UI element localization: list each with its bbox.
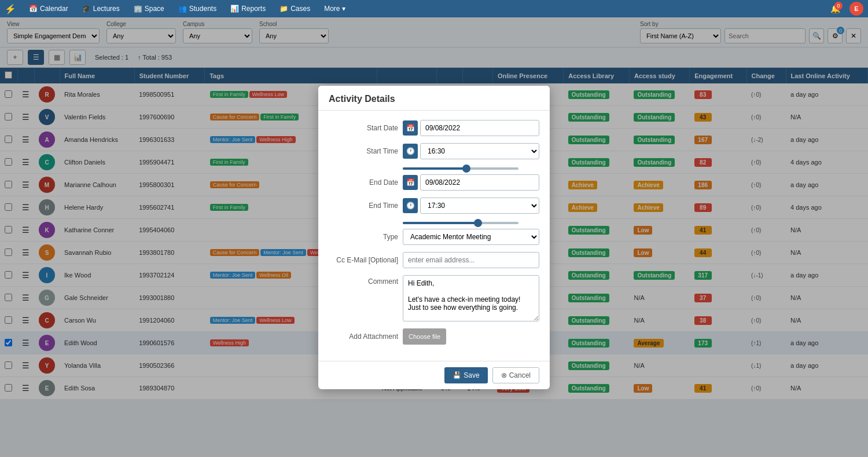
start-time-select[interactable]: 16:30 [420,143,539,159]
end-slider-track [403,222,478,224]
start-time-icon[interactable]: 🕐 [403,144,418,159]
end-date-icon[interactable]: 📅 [403,175,418,190]
modal-title: Activity Details [329,94,395,104]
cancel-label: Cancel [509,371,531,379]
end-slider-thumb[interactable] [474,219,482,227]
start-date-input[interactable] [420,120,539,136]
cc-email-label: Cc E-Mail [Optional] [329,256,398,264]
bell-badge: 0 [834,2,843,10]
cancel-icon: ⊗ [501,371,507,379]
main-wrapper: View Simple Engagement Demo College Any … [0,17,868,457]
start-slider-container [403,166,539,174]
modal-overlay[interactable]: Activity Details Start Date 📅 Start Time… [0,17,868,457]
end-slider-container [403,221,539,229]
end-time-label: End Time [329,202,398,210]
end-time-icon[interactable]: 🕐 [403,198,418,213]
comment-textarea[interactable]: Hi Edith, Let's have a check-in meeting … [403,275,539,321]
nav-cases[interactable]: 📁 Cases [274,2,316,15]
type-select[interactable]: Academic Mentor Meeting Advising Meeting… [403,229,539,245]
start-slider-track [403,167,466,170]
nav-avatar: E [849,2,863,16]
cc-email-input[interactable] [403,252,539,268]
nav-lectures[interactable]: 🎓 Lectures [76,2,126,15]
end-date-wrapper: 📅 [403,174,539,191]
end-date-label: End Date [329,178,398,187]
nav-space[interactable]: 🏢 Space [128,2,170,15]
start-date-wrapper: 📅 [403,120,539,136]
nav-reports[interactable]: 📊 Reports [225,2,271,15]
type-label: Type [329,233,398,241]
attachment-label: Add Attachment [329,332,398,341]
start-date-row: Start Date 📅 [329,120,539,136]
start-slider[interactable] [403,167,518,170]
cancel-button[interactable]: ⊗ Cancel [492,367,539,383]
end-time-row: End Time 🕐 17:30 [329,198,539,214]
nav-calendar[interactable]: 📅 Calendar [23,2,74,15]
nav-students[interactable]: 👥 Students [172,2,222,15]
nav-more[interactable]: More ▾ [318,2,351,15]
end-time-wrapper: 🕐 17:30 [403,198,539,214]
top-nav: ⚡ 📅 Calendar 🎓 Lectures 🏢 Space 👥 Studen… [0,0,868,17]
end-date-input[interactable] [420,174,539,191]
start-time-row: Start Time 🕐 16:30 [329,143,539,159]
activity-details-modal: Activity Details Start Date 📅 Start Time… [318,86,550,389]
modal-body: Start Date 📅 Start Time 🕐 16:30 [318,111,550,361]
save-button[interactable]: 💾 Save [444,367,487,383]
modal-header: Activity Details [318,86,550,111]
type-row: Type Academic Mentor Meeting Advising Me… [329,229,539,245]
choose-file-button[interactable]: Choose file [403,328,446,345]
cc-email-row: Cc E-Mail [Optional] [329,252,539,268]
save-label: Save [464,371,479,379]
end-date-row: End Date 📅 [329,174,539,191]
modal-footer: 💾 Save ⊗ Cancel [318,361,550,389]
nav-logo: ⚡ [5,3,16,14]
start-time-label: Start Time [329,147,398,155]
start-slider-thumb[interactable] [462,164,470,173]
end-time-select[interactable]: 17:30 [420,198,539,214]
comment-row: Comment Hi Edith, Let's have a check-in … [329,275,539,321]
comment-label: Comment [329,277,398,286]
save-icon: 💾 [453,371,461,379]
start-date-icon[interactable]: 📅 [403,120,418,136]
attachment-row: Add Attachment Choose file [329,328,539,345]
start-time-wrapper: 🕐 16:30 [403,143,539,159]
start-date-label: Start Date [329,124,398,132]
nav-bell[interactable]: 🔔 0 [830,4,840,13]
end-slider[interactable] [403,222,518,224]
